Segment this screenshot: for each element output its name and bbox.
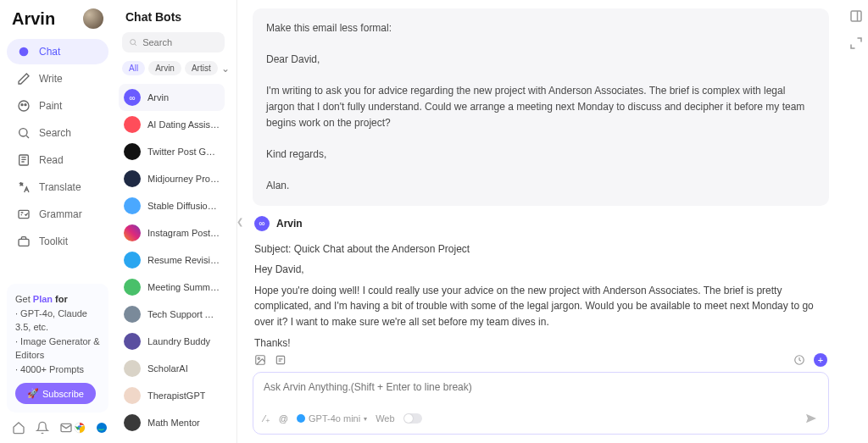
bot-avatar-icon xyxy=(124,387,141,404)
bot-avatar-icon xyxy=(124,224,141,241)
nav-grammar[interactable]: Grammar xyxy=(7,202,108,227)
bot-name: Stable Diffusion Prom... xyxy=(147,201,220,211)
plan-bullet: · GPT-4o, Claude 3.5, etc. xyxy=(15,307,100,335)
chrome-icon[interactable] xyxy=(73,421,86,435)
bot-item[interactable]: Twitter Post Generator xyxy=(119,138,225,165)
arvin-icon: ∞ xyxy=(254,216,270,231)
plan-bullet: · 4000+ Prompts xyxy=(15,363,100,377)
bell-icon[interactable] xyxy=(36,421,49,435)
toolkit-icon xyxy=(17,235,31,248)
bot-name: ScholarAI xyxy=(147,363,188,374)
collapse-handle[interactable]: ❮ xyxy=(236,217,245,232)
search-input[interactable] xyxy=(142,37,218,47)
bot-name: Math Mentor xyxy=(147,418,200,428)
nav-paint[interactable]: Paint xyxy=(7,93,108,119)
bot-item[interactable]: Laundry Buddy xyxy=(119,328,225,355)
bot-item[interactable]: AI Dating Assistant xyxy=(119,111,225,138)
filter-arvin[interactable]: Arvin xyxy=(148,61,181,75)
nav-write[interactable]: Write xyxy=(7,66,108,91)
bot-header: ∞ Arvin xyxy=(254,216,829,231)
filter-artist[interactable]: Artist xyxy=(185,61,218,75)
svg-point-1 xyxy=(19,101,29,111)
model-dot-icon xyxy=(297,414,305,423)
bot-item[interactable]: Meeting Summary Ass... xyxy=(119,274,225,301)
history-icon[interactable] xyxy=(793,354,805,366)
svg-point-4 xyxy=(19,129,27,136)
subscribe-button[interactable]: 🚀Subscribe xyxy=(15,383,96,404)
panel-collapse-icon[interactable] xyxy=(849,8,864,24)
chevron-down-icon: ▾ xyxy=(364,415,367,423)
bot-name: Arvin xyxy=(147,92,169,102)
nav-read[interactable]: Read xyxy=(7,147,108,173)
nav-translate[interactable]: Translate xyxy=(7,174,108,200)
mention-icon[interactable]: @ xyxy=(279,413,288,424)
svg-point-12 xyxy=(131,40,136,45)
left-nav: Arvin ChatWritePaintSearchReadTranslateG… xyxy=(0,0,115,443)
bot-item[interactable]: ∞Arvin xyxy=(119,84,225,111)
main-chat: Make this email less formal: Dear David,… xyxy=(237,0,844,443)
composer-input[interactable] xyxy=(264,381,818,398)
chevron-down-icon[interactable]: ⌄ xyxy=(221,62,230,75)
maximize-icon[interactable] xyxy=(849,36,864,51)
svg-rect-7 xyxy=(19,239,29,246)
bot-item[interactable]: Stable Diffusion Prom... xyxy=(119,192,225,219)
bot-name: AI Dating Assistant xyxy=(147,119,220,130)
nav-search[interactable]: Search xyxy=(7,120,108,146)
bot-name: Meeting Summary Ass... xyxy=(147,282,220,292)
paint-icon xyxy=(17,99,31,113)
bot-avatar-icon: ∞ xyxy=(124,89,141,106)
read-icon xyxy=(17,153,31,167)
add-button[interactable]: + xyxy=(814,353,827,367)
svg-rect-22 xyxy=(851,11,861,21)
bot-name: Midjourney Prompt Ge... xyxy=(147,174,220,184)
bot-name: Twitter Post Generator xyxy=(147,147,220,157)
edge-icon[interactable] xyxy=(95,421,108,435)
bot-item[interactable]: Resume Revision Assis... xyxy=(119,246,225,274)
bots-search[interactable] xyxy=(122,32,225,53)
bot-item[interactable]: Instagram Post Genera... xyxy=(119,219,225,246)
filter-all[interactable]: All xyxy=(122,61,145,75)
chat-icon xyxy=(17,45,31,58)
user-message: Make this email less formal: Dear David,… xyxy=(253,8,829,206)
bot-name: Resume Revision Assis... xyxy=(147,255,220,265)
bot-name: TherapistGPT xyxy=(147,390,205,401)
home-icon[interactable] xyxy=(12,421,25,435)
bot-item[interactable]: Math Mentor xyxy=(119,409,225,436)
model-selector[interactable]: GPT-4o mini ▾ xyxy=(297,413,367,424)
avatar[interactable] xyxy=(83,8,103,29)
right-strip xyxy=(844,0,868,443)
nav-toolkit[interactable]: Toolkit xyxy=(7,229,108,254)
write-icon xyxy=(17,72,31,86)
send-button[interactable] xyxy=(804,412,818,425)
bot-avatar-icon xyxy=(124,333,141,350)
svg-point-0 xyxy=(19,47,29,57)
brand: Arvin xyxy=(12,9,55,29)
grammar-icon xyxy=(17,208,31,221)
bot-item[interactable]: Tech Support Advisor xyxy=(119,301,225,328)
nav-chat[interactable]: Chat xyxy=(7,39,108,64)
svg-point-11 xyxy=(97,423,107,433)
bot-avatar-icon xyxy=(124,143,141,160)
bots-panel: Chat Bots AllArvinArtist⌄ ∞ArvinAI Datin… xyxy=(115,0,237,443)
bot-avatar-icon xyxy=(124,306,141,323)
translate-icon xyxy=(17,180,31,194)
bot-item[interactable]: ScholarAI xyxy=(119,355,225,382)
bot-item[interactable]: Midjourney Prompt Ge... xyxy=(119,165,225,192)
bot-name: Instagram Post Genera... xyxy=(147,228,220,238)
plan-bullet: · Image Generator & Editors xyxy=(15,335,100,363)
bot-name: Tech Support Advisor xyxy=(147,309,220,319)
composer: ⁄₊ @ GPT-4o mini ▾ Web xyxy=(253,372,829,435)
web-toggle[interactable] xyxy=(403,413,422,424)
plan-link[interactable]: Plan xyxy=(33,294,53,304)
bot-avatar-icon xyxy=(124,116,141,133)
slash-icon[interactable]: ⁄₊ xyxy=(264,413,270,424)
web-label: Web xyxy=(376,413,394,424)
search-icon xyxy=(17,126,31,140)
bot-avatar-icon xyxy=(124,197,141,214)
image-icon[interactable] xyxy=(254,354,266,366)
bot-name: Laundry Buddy xyxy=(147,336,210,346)
bot-item[interactable]: TherapistGPT xyxy=(119,382,225,409)
plan-card: Get Plan for · GPT-4o, Claude 3.5, etc.·… xyxy=(7,284,108,413)
attachment-icon[interactable] xyxy=(275,354,287,366)
mail-icon[interactable] xyxy=(59,421,73,435)
